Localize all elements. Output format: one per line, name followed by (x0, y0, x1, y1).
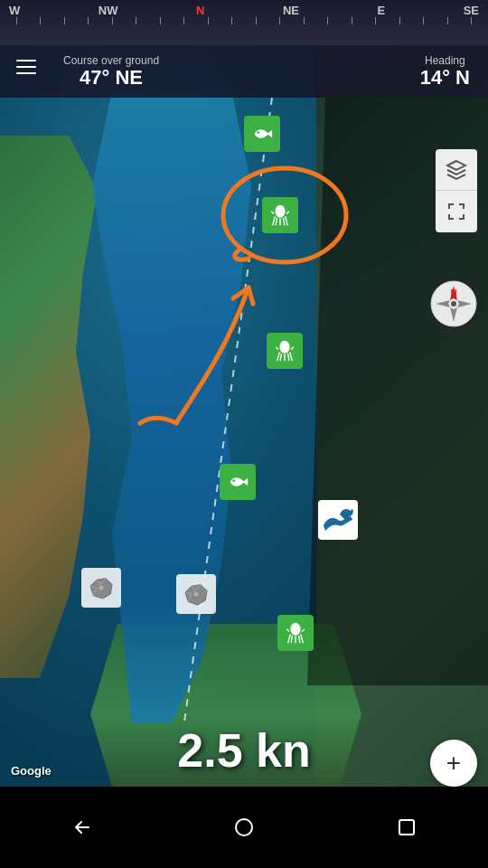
compass-bar: W NW N NE E SE (0, 0, 488, 45)
tick (112, 17, 113, 24)
system-nav-bar (0, 787, 488, 868)
svg-point-5 (193, 591, 198, 596)
compass-label-ne: NE (283, 4, 299, 17)
hamburger-menu[interactable] (9, 52, 43, 81)
compass-label-e: E (377, 4, 385, 17)
tick (160, 17, 161, 24)
tick (40, 17, 41, 24)
compass-strip: W NW N NE E SE (0, 0, 488, 45)
svg-point-3 (232, 479, 235, 482)
back-button[interactable] (65, 811, 98, 844)
add-fab-button[interactable]: + (430, 740, 477, 787)
tick (327, 17, 328, 24)
hamburger-line (16, 60, 36, 61)
compass-label-w: W (9, 4, 20, 17)
hamburger-line (16, 66, 36, 68)
tick (423, 17, 424, 24)
tick (399, 17, 400, 24)
rock-marker-1[interactable] (81, 568, 121, 608)
rock-marker-2[interactable] (176, 574, 216, 614)
tick (208, 17, 209, 24)
tick (256, 17, 257, 24)
tick (279, 17, 280, 24)
svg-point-2 (279, 341, 289, 354)
tick (183, 17, 184, 24)
compass-ticks (0, 17, 488, 28)
home-icon (233, 816, 255, 838)
home-button[interactable] (228, 811, 260, 844)
tick (136, 17, 136, 24)
squid-marker-2[interactable] (267, 333, 303, 369)
tick (471, 17, 472, 24)
google-attribution: Google (11, 764, 52, 778)
course-label: Course over ground (63, 54, 159, 67)
tick (88, 17, 89, 24)
recent-apps-button[interactable] (390, 811, 423, 844)
tick (64, 17, 65, 24)
fullscreen-button[interactable] (436, 191, 477, 232)
recent-apps-icon (397, 817, 417, 837)
hamburger-line (16, 72, 36, 74)
course-value: 47° NE (63, 67, 159, 89)
map-controls (436, 149, 477, 232)
fish-marker-1[interactable] (244, 116, 280, 152)
compass-labels: W NW N NE E SE (0, 0, 488, 17)
tick (16, 17, 17, 24)
compass-label-se: SE (464, 4, 479, 17)
back-icon (70, 816, 92, 838)
course-group: Course over ground 47° NE (63, 54, 159, 89)
svg-text:N: N (450, 288, 456, 298)
heading-group: Heading 14° N (420, 54, 470, 89)
svg-point-14 (451, 301, 456, 307)
tick (231, 17, 232, 24)
squid-marker-3[interactable] (277, 615, 314, 651)
tick (352, 17, 352, 24)
speed-display: 2.5 kn (177, 723, 310, 778)
tick (447, 17, 448, 24)
fish-marker-2[interactable] (220, 464, 256, 500)
compass-rose: N (430, 280, 477, 327)
svg-point-4 (99, 585, 103, 590)
tick (375, 17, 376, 24)
svg-rect-16 (399, 820, 414, 835)
svg-point-1 (275, 205, 285, 218)
fullscreen-icon (446, 201, 467, 222)
map-view[interactable] (0, 0, 488, 787)
squid-marker-1[interactable] (262, 197, 298, 233)
svg-point-15 (236, 819, 252, 835)
heading-label: Heading (420, 54, 470, 67)
layers-button[interactable] (436, 149, 477, 191)
compass-label-n: N (196, 4, 204, 17)
dolphin-marker[interactable] (318, 500, 358, 540)
layers-icon (446, 159, 467, 181)
heading-value: 14° N (420, 67, 470, 89)
svg-point-0 (257, 131, 259, 134)
compass-label-nw: NW (99, 4, 118, 17)
tick (304, 17, 305, 24)
svg-point-6 (290, 623, 300, 636)
info-bar: Course over ground 47° NE Heading 14° N (0, 45, 488, 98)
